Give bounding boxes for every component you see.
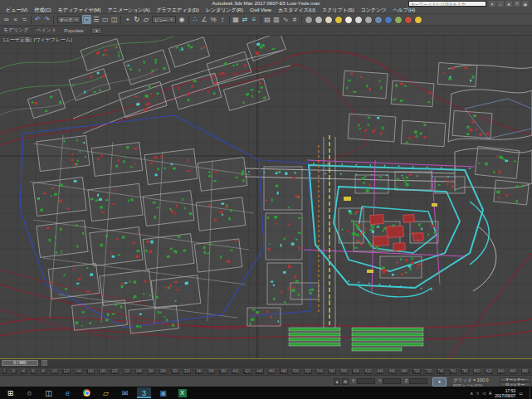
frame-tick[interactable]: 120 [62,369,71,374]
schematic-view-icon[interactable]: # [290,15,300,24]
viewport-shading-label[interactable]: [ワイヤフレーム] [34,36,72,44]
frame-tick[interactable]: 440 [256,369,264,374]
3dsmax-icon[interactable]: 3 [137,387,151,398]
favorites-icon[interactable]: ★ [505,1,512,7]
selection-region-icon[interactable]: ▭ [100,15,110,24]
frame-tick[interactable]: 240 [135,369,144,374]
render-setup-icon[interactable] [315,16,323,24]
mail-icon[interactable]: ✉ [118,387,132,398]
search-input[interactable] [409,2,486,7]
frame-tick[interactable]: 140 [75,369,83,374]
viewport-pov-label[interactable]: [ユーザ定義] [3,36,32,44]
selection-filter-dropdown[interactable]: すべて▼ [57,16,81,23]
toggle-scene-explorer-icon[interactable]: ▤ [263,15,272,24]
frame-tick[interactable]: 260 [147,369,155,374]
effects-dialog-icon[interactable] [404,16,412,24]
frame-tick[interactable]: 460 [268,369,276,374]
frame-tick[interactable]: 400 [232,369,240,374]
rendered-frame-window-icon[interactable] [325,16,333,24]
home-icon[interactable]: ⌂ [497,1,504,7]
menu-modifiers[interactable]: モディファイヤ(M) [55,7,105,14]
frame-tick[interactable]: 60 [31,369,37,374]
frame-tick[interactable]: 20 [11,369,17,374]
frame-tick[interactable]: 380 [219,369,227,374]
menu-help[interactable]: ヘルプ(H) [389,7,418,14]
menu-civil-view[interactable]: Civil View [246,7,275,14]
menu-rendering[interactable]: レンダリング(R) [203,7,246,14]
environment-dialog-icon[interactable] [394,16,403,24]
select-object-icon[interactable]: ▢ [82,15,91,24]
chrome-icon[interactable] [80,387,94,398]
state-sets-icon[interactable] [384,16,393,24]
select-and-rotate-icon[interactable]: ↻ [132,15,141,24]
absolute-mode-icon[interactable]: ⊞ [342,378,349,385]
frame-tick[interactable]: 420 [243,369,251,374]
frame-tick[interactable]: 660 [388,369,397,374]
signin-icon[interactable]: ◉ [522,1,529,7]
menu-customize[interactable]: カスタマイズ(U) [275,7,319,14]
frame-tick[interactable]: 180 [99,369,107,374]
frame-tick[interactable]: 0 [2,369,7,374]
frame-tick[interactable]: 40 [21,369,27,374]
curve-editor-icon[interactable]: ∿ [281,15,290,24]
menu-create[interactable]: 作成(C) [31,7,54,14]
frame-tick[interactable]: 320 [183,369,192,374]
frame-tick[interactable]: 340 [195,369,203,374]
select-and-scale-icon[interactable]: ▱ [141,15,150,24]
frame-tick[interactable]: 840 [497,369,505,374]
menu-scripting[interactable]: スクリプト(S) [319,7,358,14]
menu-graph-editors[interactable]: グラフエディタ(D) [153,7,202,14]
ribbon-overflow-icon[interactable]: ▾ [91,27,102,34]
frame-tick[interactable]: 500 [292,369,300,374]
unlink-selection-icon[interactable]: × [11,15,20,24]
excel-icon[interactable]: X [175,387,189,398]
use-center-icon[interactable]: ◉ [178,15,187,24]
next-frame-button[interactable]: › [41,360,47,366]
time-slider-handle[interactable]: 0 / 880 [2,360,38,366]
workspace-dropdown-icon[interactable]: ▾ [489,1,495,7]
bind-to-space-warp-icon[interactable]: ≈ [20,15,29,24]
mirror-icon[interactable]: ⇄ [241,15,250,24]
help-search-box[interactable] [408,1,486,7]
render-production-icon[interactable] [334,16,343,24]
selection-lock-icon[interactable]: ∎ [334,378,340,385]
frame-tick[interactable]: 280 [159,369,168,374]
time-slider[interactable]: 0 / 880 › [0,358,532,367]
edit-named-selection-sets-icon[interactable]: ▦ [232,15,241,24]
frame-tick[interactable]: 580 [340,369,349,374]
spinner-snap-icon[interactable]: ↕ [218,15,227,24]
frame-tick[interactable]: 780 [461,369,469,374]
percent-snap-icon[interactable]: % [209,15,218,24]
select-and-link-icon[interactable]: ∞ [2,15,11,24]
material-editor-icon[interactable] [305,16,313,24]
frame-tick[interactable]: 560 [328,369,336,374]
volume-icon[interactable]: ◁ [482,391,486,396]
taskbar-clock[interactable]: 17:522017/09/07 [495,388,515,398]
frame-tick[interactable]: 740 [437,369,445,374]
help-icon[interactable]: ? [514,1,520,7]
open-in-viewport-icon[interactable] [374,16,383,24]
frame-tick[interactable]: 100 [51,369,59,374]
frame-tick[interactable]: 720 [425,369,433,374]
align-icon[interactable]: ≡ [250,15,259,24]
cortana-button[interactable]: ○ [22,387,37,398]
photos-icon[interactable]: ▣ [156,387,170,398]
task-view-button[interactable]: ◫ [41,387,56,398]
file-explorer-icon[interactable]: ▱ [99,387,113,398]
ribbon-tab-paint[interactable]: ペイント [37,27,57,34]
frame-tick[interactable]: 540 [316,369,325,374]
frame-tick[interactable]: 80 [41,369,46,374]
frame-tick[interactable]: 640 [377,369,385,374]
frame-tick[interactable]: 360 [207,369,216,374]
coord-input[interactable] [383,378,401,384]
redo-icon[interactable]: ↷ [42,15,51,24]
frame-tick[interactable]: 680 [401,369,409,374]
frame-tick[interactable]: 600 [352,369,360,374]
select-and-move-icon[interactable]: + [123,15,132,24]
coord-input[interactable] [409,378,427,384]
ribbon-tab-modeling[interactable]: モデリング [3,27,29,34]
window-crossing-icon[interactable]: ◫ [110,15,119,24]
select-by-name-icon[interactable]: ☰ [91,15,100,24]
ribbon-tab-populate[interactable]: Populate [64,28,84,33]
frame-tick[interactable]: 620 [364,369,373,374]
